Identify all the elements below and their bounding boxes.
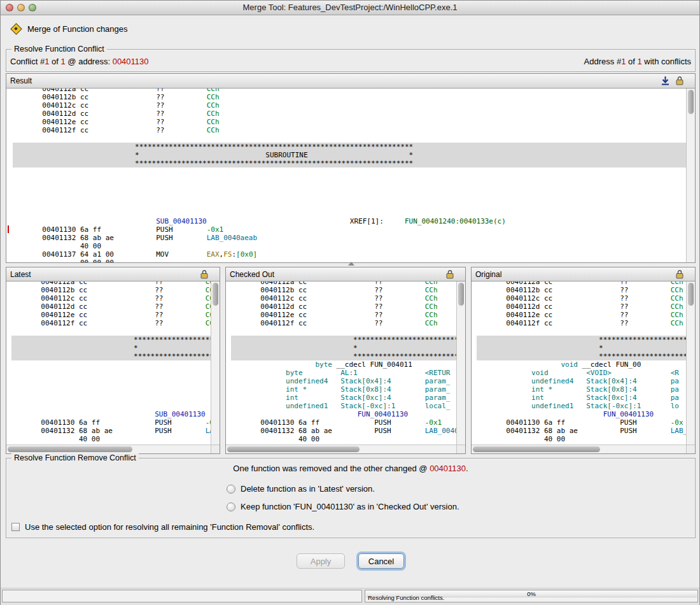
merge-icon xyxy=(11,24,21,34)
radio-icon[interactable] xyxy=(227,485,235,494)
conflict-status-line: Conflict #1 of 1 @ address: 00401130 Add… xyxy=(10,57,691,66)
checked-out-panel-header: Checked Out xyxy=(226,267,465,281)
latest-hscrollbar-thumb[interactable] xyxy=(8,446,132,452)
latest-panel: Latest 0040112a cc ?? CC 0040112b cc ?? … xyxy=(6,267,220,454)
result-listing-body: 0040112a cc ?? CCh 0040112b cc ?? CCh 00… xyxy=(6,89,695,262)
checkbox-apply-to-all-label: Use the selected option for resolving al… xyxy=(25,522,314,532)
lock-icon[interactable] xyxy=(676,269,683,279)
resolve-group-title: Resolve Function Remove Conflict xyxy=(11,453,139,462)
latest-listing-body: 0040112a cc ?? CC 0040112b cc ?? CC 0040… xyxy=(6,281,220,453)
checkbox-apply-to-all[interactable]: Use the selected option for resolving al… xyxy=(11,522,314,532)
result-vscrollbar[interactable] xyxy=(686,89,695,262)
result-panel: Result 0040112a cc ?? CCh 0040112b cc ??… xyxy=(6,73,696,263)
checked-out-panel: Checked Out 0040112a cc ?? CCh 0040112b … xyxy=(225,267,466,454)
original-hscrollbar[interactable] xyxy=(472,445,686,453)
original-panel-title: Original xyxy=(475,270,501,279)
original-panel: Original 0040112a cc ?? CCh 0040112b cc … xyxy=(471,267,696,454)
radio-delete-latest-label: Delete function as in 'Latest' version. xyxy=(241,484,375,494)
latest-vscrollbar[interactable] xyxy=(211,281,220,445)
progress-message: Resolving Function conflicts. xyxy=(368,594,444,601)
lock-icon[interactable] xyxy=(446,269,454,279)
title-bar[interactable]: Merge Tool: Features_DevTestProject:/Win… xyxy=(1,1,699,15)
latest-panel-title: Latest xyxy=(10,270,31,279)
radio-keep-checked-out[interactable]: Keep function 'FUN_00401130' as in 'Chec… xyxy=(227,502,459,511)
status-text-field xyxy=(2,590,362,602)
scrollbar-corner xyxy=(686,445,695,453)
checked-out-listing[interactable]: 0040112a cc ?? CCh 0040112b cc ?? CCh 00… xyxy=(226,281,456,445)
cancel-button[interactable]: Cancel xyxy=(358,553,404,569)
original-vscrollbar-thumb[interactable] xyxy=(688,283,694,306)
scrollbar-corner xyxy=(211,445,220,453)
resolve-function-conflict-group: Resolve Function Conflict Conflict #1 of… xyxy=(6,49,696,72)
checked-out-vscrollbar-thumb[interactable] xyxy=(458,283,464,306)
lock-icon[interactable] xyxy=(676,76,683,85)
result-vscrollbar-thumb[interactable] xyxy=(688,90,694,114)
progress-panel: 0% Resolving Function conflicts. xyxy=(365,590,698,602)
original-panel-header: Original xyxy=(472,267,695,281)
result-panel-header: Result xyxy=(6,74,695,89)
checked-out-vscrollbar[interactable] xyxy=(456,281,465,445)
radio-delete-latest[interactable]: Delete function as in 'Latest' version. xyxy=(227,484,375,494)
scrollbar-corner xyxy=(456,445,465,453)
latest-listing[interactable]: 0040112a cc ?? CC 0040112b cc ?? CC 0040… xyxy=(6,281,211,445)
radio-keep-checked-out-label: Keep function 'FUN_00401130' as in 'Chec… xyxy=(241,502,459,511)
radio-icon[interactable] xyxy=(227,502,235,511)
original-listing-body: 0040112a cc ?? CCh 0040112b cc ?? CCh 00… xyxy=(472,281,695,453)
checkbox-icon[interactable] xyxy=(11,523,20,531)
phase-label: Merge of Function changes xyxy=(27,24,128,34)
result-listing[interactable]: 0040112a cc ?? CCh 0040112b cc ?? CCh 00… xyxy=(6,89,686,262)
expand-up-icon[interactable] xyxy=(348,262,354,266)
checked-out-listing-body: 0040112a cc ?? CCh 0040112b cc ?? CCh 00… xyxy=(226,281,465,453)
apply-button[interactable]: Apply xyxy=(297,553,345,569)
checked-out-hscrollbar-thumb[interactable] xyxy=(227,446,360,452)
latest-vscrollbar-thumb[interactable] xyxy=(213,283,218,306)
resolve-function-remove-conflict-group: Resolve Function Remove Conflict One fun… xyxy=(6,458,696,538)
conflict-counter: Conflict #1 of 1 @ address: 00401130 xyxy=(10,57,149,66)
merge-tool-window: Merge Tool: Features_DevTestProject:/Win… xyxy=(0,0,700,605)
result-panel-title: Result xyxy=(10,76,32,85)
latest-hscrollbar[interactable] xyxy=(6,445,211,453)
merge-phase-row: Merge of Function changes xyxy=(11,22,128,35)
checked-out-hscrollbar[interactable] xyxy=(226,445,456,453)
original-vscrollbar[interactable] xyxy=(686,281,695,445)
button-row: Apply Cancel xyxy=(1,553,699,570)
checked-out-panel-title: Checked Out xyxy=(230,270,274,279)
lock-icon[interactable] xyxy=(200,269,208,279)
download-icon[interactable] xyxy=(661,76,669,85)
remove-conflict-message: One function was removed and the other c… xyxy=(6,464,695,473)
original-listing[interactable]: 0040112a cc ?? CCh 0040112b cc ?? CCh 00… xyxy=(472,281,686,445)
window-title: Merge Tool: Features_DevTestProject:/Win… xyxy=(1,3,699,12)
status-bar: 0% Resolving Function conflicts. xyxy=(1,588,699,605)
conflict-group-title: Resolve Function Conflict xyxy=(11,45,107,53)
latest-panel-header: Latest xyxy=(6,267,220,281)
address-counter: Address #1 of 1 with conflicts xyxy=(584,57,691,66)
original-hscrollbar-thumb[interactable] xyxy=(473,446,600,452)
